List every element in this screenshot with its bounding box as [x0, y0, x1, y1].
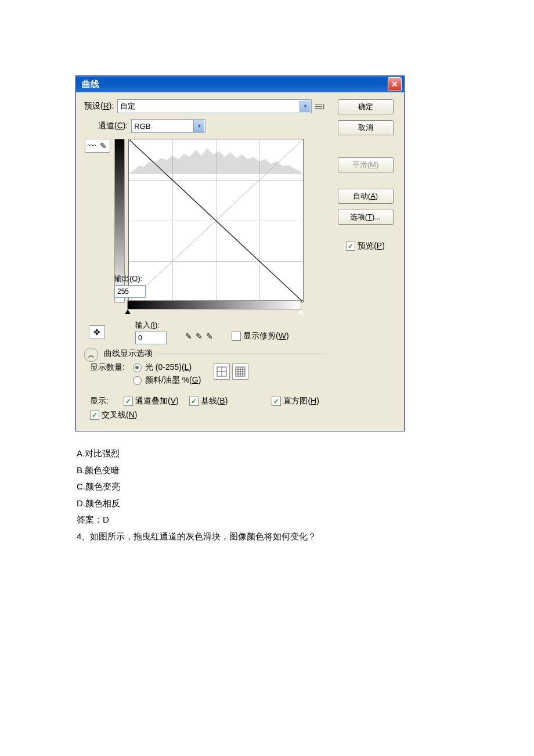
ok-button[interactable]: 确定: [338, 99, 394, 114]
white-slider[interactable]: [298, 309, 304, 314]
output-input[interactable]: 255: [114, 285, 146, 298]
preset-menu-icon[interactable]: [315, 101, 326, 111]
dialog-body: 预设(R): 自定 ▼ 通道(C): RGB ▼ 〰 ✎: [76, 92, 404, 431]
grid-fine-button[interactable]: [232, 363, 248, 380]
output-block: 输出(O): 255: [114, 273, 149, 298]
dialog-title: 曲线: [78, 79, 388, 90]
close-icon[interactable]: ✕: [388, 77, 402, 91]
question-text: A.对比强烈 B.颜色变暗 C.颜色变亮 D.颜色相反 答案：D 4、如图所示，…: [77, 445, 459, 545]
eyedroppers[interactable]: ✎ ✎ ✎: [185, 332, 213, 341]
radio-icon: [133, 376, 142, 385]
channel-label: 通道(C):: [98, 121, 128, 131]
preset-row: 预设(R): 自定 ▼: [84, 99, 326, 113]
titlebar[interactable]: 曲线 ✕: [76, 76, 404, 92]
option-c: C.颜色变亮: [77, 478, 459, 495]
histogram-icon: [129, 139, 303, 174]
curve-draw-tools[interactable]: 〰 ✎: [85, 139, 110, 153]
curve-icon: 〰: [86, 141, 97, 151]
radio-icon: [133, 363, 142, 372]
light-radio[interactable]: 光 (0-255)(L): [133, 362, 201, 373]
black-slider[interactable]: [125, 309, 131, 314]
white-eyedropper-icon[interactable]: ✎: [206, 332, 213, 341]
question-4: 4、如图所示，拖曳红通道的灰色滑块，图像颜色将如何变化？: [77, 528, 459, 545]
crosshair-checkbox[interactable]: ✓交叉线(N): [90, 410, 137, 420]
chevron-down-icon: ▼: [300, 100, 311, 112]
curves-graph[interactable]: [128, 139, 304, 303]
option-b: B.颜色变暗: [77, 462, 459, 479]
baseline-checkbox[interactable]: ✓基线(B): [189, 396, 228, 406]
channel-select[interactable]: RGB ▼: [131, 119, 205, 133]
ink-radio[interactable]: 颜料/油墨 %(G): [133, 375, 201, 386]
pencil-icon: ✎: [98, 141, 109, 151]
preset-label: 预设(R):: [84, 101, 114, 111]
gray-eyedropper-icon[interactable]: ✎: [196, 332, 203, 341]
overlay-checkbox[interactable]: ✓通道叠加(V): [124, 396, 179, 406]
chevron-down-icon: ▼: [193, 120, 204, 132]
show-clipping-checkbox[interactable]: 显示修剪(W): [232, 331, 289, 341]
histogram-checkbox[interactable]: ✓直方图(H): [272, 396, 319, 406]
preview-checkbox[interactable]: ✓预览(P): [346, 241, 385, 251]
channel-row: 通道(C): RGB ▼: [98, 119, 326, 133]
option-d: D.颜色相反: [77, 495, 459, 512]
answer: 答案：D: [77, 512, 459, 528]
amount-label: 显示数量:: [90, 362, 125, 373]
collapse-icon[interactable]: ︽: [84, 348, 98, 362]
preset-select[interactable]: 自定 ▼: [117, 99, 312, 113]
option-a: A.对比强烈: [77, 445, 459, 462]
display-options-divider: ︽ 曲线显示选项: [84, 354, 326, 354]
options-button[interactable]: 选项(T)...: [338, 210, 394, 225]
checkbox-icon: [232, 332, 241, 341]
cancel-button[interactable]: 取消: [338, 120, 394, 135]
horizontal-gradient[interactable]: [127, 300, 301, 309]
grid-coarse-button[interactable]: [214, 363, 230, 380]
black-eyedropper-icon[interactable]: ✎: [185, 332, 192, 341]
input-input[interactable]: 0: [135, 332, 167, 344]
smooth-button[interactable]: 平滑(M): [338, 157, 394, 172]
hand-tool[interactable]: ✥: [89, 325, 105, 339]
curves-dialog: 曲线 ✕ 预设(R): 自定 ▼ 通道(C): RGB ▼: [75, 75, 405, 431]
show-label: 显示:: [90, 396, 113, 406]
auto-button[interactable]: 自动(A): [338, 189, 394, 204]
